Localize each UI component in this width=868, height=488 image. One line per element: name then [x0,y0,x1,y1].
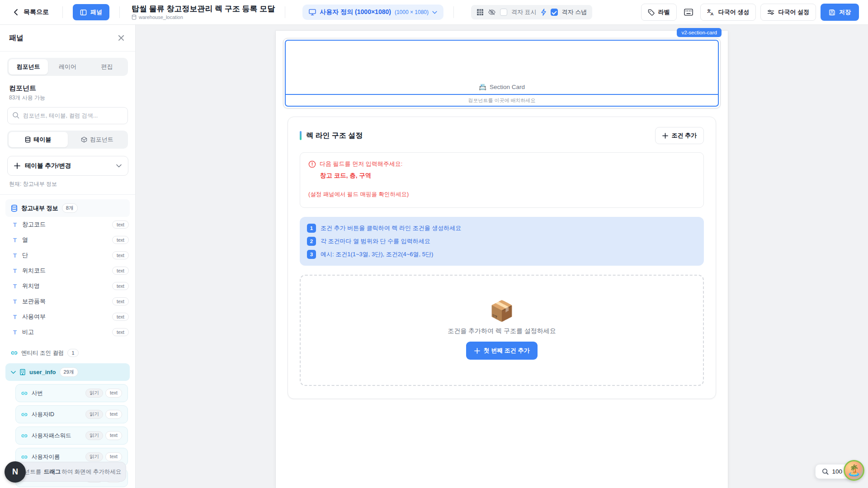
entity-name: user_info [29,369,56,375]
database-icon [132,14,137,20]
join-columns-header: 엔티티 조인 컬럼 1 [5,346,130,360]
warning-note: (설정 패널에서 필드 매핑을 확인하세요) [308,191,695,198]
join-field-row[interactable]: 사용자ID 읽기text [15,405,128,423]
divider [285,6,285,18]
field-row[interactable]: T위치명text [0,278,135,294]
close-icon[interactable] [116,33,126,43]
tab-layers[interactable]: 레이어 [48,59,87,75]
viewport-size-selector[interactable]: 사용자 정의 (1000×1080) (1000 × 1080) [302,5,443,20]
island-badge-icon[interactable]: 🏝️ [844,460,864,481]
database-icon [25,136,31,143]
zoom-value: 100 [832,468,842,475]
section-card-body[interactable]: 📇 Section Card [285,40,719,95]
panel-toggle-button[interactable]: 패널 [73,4,109,20]
add-first-condition-label: 첫 번째 조건 추가 [484,347,530,355]
field-row[interactable]: T단text [0,248,135,263]
readonly-badge: 읽기 [85,431,103,440]
text-type-icon: T [12,314,18,320]
step-number: 3 [307,250,316,259]
join-columns-title: 엔티티 조인 컬럼 [21,349,64,357]
section-card-label: Section Card [490,84,525,90]
join-field-name: 사용자패스워드 [32,432,71,440]
card-index-icon: 📇 [479,83,486,90]
field-row[interactable]: T보관품목text [0,294,135,309]
component-panel: 패널 컴포넌트 레이어 편집 컴포넌트 83개 사용 가능 테이블 컴포넌트 테… [0,25,136,488]
instruction-steps: 1 조건 추가 버튼을 클릭하여 렉 라인 조건을 생성하세요 2 각 조건마다… [300,217,704,266]
keyboard-shortcuts-button[interactable] [681,6,696,19]
viewport-label: 사용자 정의 (1000×1080) [320,8,391,16]
add-first-condition-button[interactable]: 첫 번째 조건 추가 [466,342,538,360]
field-name: 사용여부 [22,313,46,321]
join-field-row[interactable]: 사번 읽기text [15,384,128,402]
back-to-list-button[interactable]: 목록으로 [9,5,52,19]
text-type-icon: T [12,283,18,290]
field-name: 창고코드 [22,221,46,229]
text-type-icon: T [12,221,18,228]
i18n-settings-button[interactable]: 다국어 설정 [760,4,816,21]
drag-hint-bold: 드래그 [44,469,61,475]
panel-tabs: 컴포넌트 레이어 편집 [7,58,128,76]
table-group-header[interactable]: 창고내부 정보 8개 [5,199,130,217]
entity-user-info[interactable]: user_info 29개 [5,363,130,381]
alert-circle-icon [308,160,316,168]
add-table-button[interactable]: 테이블 추가/변경 [7,156,128,176]
chevron-down-icon [116,164,122,168]
monitor-icon [309,9,316,15]
tab-edit[interactable]: 편집 [87,59,127,75]
label-button-text: 라벨 [658,8,670,16]
rack-card-title: 렉 라인 구조 설정 [306,131,363,141]
add-condition-button[interactable]: 조건 추가 [655,127,704,144]
tag-icon [648,9,655,16]
label-button[interactable]: 라벨 [641,4,677,21]
warning-fields: 창고 코드, 층, 구역 [320,172,695,180]
editor-workspace: v2-section-card 📇 Section Card 컴포넌트를 이곳에… [136,25,868,488]
field-row[interactable]: T열text [0,232,135,248]
field-type-badge: text [105,389,122,398]
component-drop-zone[interactable]: 컴포넌트를 이곳에 배치하세요 [285,95,719,107]
join-field-row[interactable]: 사용자패스워드 읽기text [15,427,128,445]
accent-bar [300,131,302,140]
field-row[interactable]: T창고코드text [0,217,135,232]
entity-count-badge: 29개 [60,367,78,377]
save-button[interactable]: 저장 [821,4,859,21]
current-table-label: 현재: 창고내부 정보 [9,180,126,188]
svg-text:A: A [710,11,713,16]
field-type-badge: text [112,282,129,290]
grid-toolbar: 격자 표시 격자 스냅 [471,5,592,19]
field-row[interactable]: T비고text [0,324,135,340]
step-row: 3 예시: 조건1(1~3열, 3단), 조건2(4~6열, 5단) [307,250,697,259]
grid-show-checkbox[interactable] [500,9,507,16]
text-type-icon: T [12,298,18,305]
database-icon [11,205,18,212]
tab-components[interactable]: 컴포넌트 [9,59,48,75]
step-row: 2 각 조건마다 열 범위와 단 수를 입력하세요 [307,237,697,246]
link-icon [21,455,28,459]
field-type-badge: text [105,452,122,461]
i18n-settings-label: 다국어 설정 [778,8,809,16]
field-type-badge: text [105,431,122,440]
panel-button-label: 패널 [90,8,102,16]
grid-snap-checkbox[interactable] [551,9,558,16]
field-name: 열 [22,236,28,244]
field-row[interactable]: T사용여부text [0,309,135,324]
i18n-generate-label: 다국어 생성 [718,8,750,16]
join-count-badge: 1 [67,349,78,357]
viewport-size: (1000 × 1080) [395,9,429,15]
source-tabs: 테이블 컴포넌트 [7,131,128,149]
field-name: 비고 [22,328,34,336]
tab-tables-label: 테이블 [33,136,51,144]
step-text: 예시: 조건1(1~3열, 3단), 조건2(4~6열, 5단) [321,250,433,258]
field-name: 단 [22,251,28,259]
section-card-component[interactable]: 📇 Section Card 컴포넌트를 이곳에 배치하세요 [283,38,721,108]
field-name: 위치명 [22,282,40,290]
step-text: 각 조건마다 열 범위와 단 수를 입력하세요 [321,237,430,245]
page-title: 탑씰 물류 창고정보관리 렉 구조 등록 모달 [132,5,275,14]
island-emoji: 🏝️ [847,464,861,477]
field-row[interactable]: T위치코드text [0,263,135,278]
tab-tables[interactable]: 테이블 [9,132,68,147]
chevron-down-icon [432,11,437,14]
tab-components-source[interactable]: 컴포넌트 [68,132,127,147]
design-canvas[interactable]: v2-section-card 📇 Section Card 컴포넌트를 이곳에… [276,31,728,488]
search-input[interactable] [7,107,128,124]
i18n-generate-button[interactable]: 文A 다국어 생성 [700,4,756,21]
